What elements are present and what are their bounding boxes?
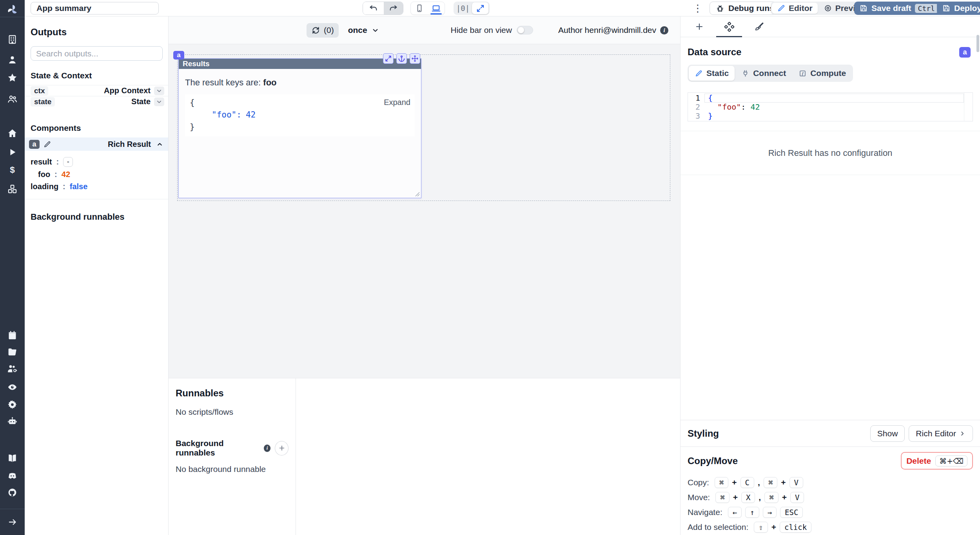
canvas-toolbar-right: Hide bar on view Author henri@windmill.d… [450,25,668,35]
sidebar-collapse-toggle[interactable] [0,515,25,529]
kebab-icon: ⋮ [693,2,703,14]
sidebar-item-audit[interactable] [0,380,25,394]
user-icon [7,54,18,65]
edit-pencil-icon[interactable] [43,140,51,148]
redo-button[interactable] [384,2,403,15]
static-mode-button[interactable]: Static [689,66,735,81]
component-list-item[interactable]: a Rich Result [25,137,168,151]
delete-component-button[interactable]: Delete ⌘+⌫ [901,452,973,470]
plus-icon [694,22,704,32]
tab-component-settings[interactable] [714,16,744,37]
component-move-button[interactable] [410,53,420,64]
hide-bar-toggle[interactable] [517,26,533,34]
rich-result-component[interactable]: a Results The result keys are: foo [178,58,421,198]
expand-link[interactable]: Expand [384,96,410,108]
state-row[interactable]: state State [25,96,168,107]
refresh-button[interactable]: (0) [307,23,339,38]
mobile-view-button[interactable] [411,2,428,15]
sidebar-item-github[interactable] [0,486,25,499]
bug-icon [715,4,725,13]
chevron-right-icon [959,430,966,437]
sidebar-item-workspace[interactable] [0,33,25,46]
result-keys-prefix: The result keys are: [185,78,263,87]
app-canvas[interactable]: a Results The result keys are: foo [169,44,680,378]
ctx-row[interactable]: ctx App Context [25,85,168,96]
json-viewer: Expand { "foo":42 } [185,94,415,136]
component-collapse-button[interactable] [154,140,165,149]
add-background-runnable-button[interactable] [275,441,289,455]
component-fullscreen-button[interactable] [383,53,394,64]
more-menu-button[interactable]: ⋮ [693,2,702,15]
search-outputs-input[interactable] [31,46,163,61]
sidebar-item-ai[interactable] [0,414,25,428]
save-draft-label: Save draft [871,4,911,13]
rich-editor-label: Rich Editor [916,429,956,438]
run-mode-dropdown[interactable]: once [348,25,379,35]
desktop-view-button[interactable] [428,2,445,15]
preview-icon [824,4,832,13]
styling-section: Styling Show Rich Editor [681,420,980,446]
prop-value-bool: false [70,182,88,191]
component-anchor-button[interactable] [396,53,407,64]
maximize-icon [385,55,392,62]
prop-value-number: 42 [62,170,70,179]
shortcut-separator: + [771,522,776,532]
calendar-icon [7,330,18,340]
sidebar-item-resources[interactable] [0,182,25,195]
state-key-chip: state [31,97,55,107]
sidebar-item-folders[interactable] [0,345,25,358]
sidebar-item-variables[interactable]: $ [0,163,25,177]
state-expand-button[interactable] [154,98,164,106]
connect-mode-button[interactable]: Connect [735,66,792,81]
sidebar-item-workers[interactable] [0,362,25,375]
sidebar-item-home[interactable] [0,127,25,140]
panel-scrollbar[interactable] [976,35,979,52]
styling-show-button[interactable]: Show [870,425,905,442]
runnables-empty-area [296,378,680,535]
runnables-pane: Runnables No scripts/flows Background ru… [169,378,296,535]
tab-global-styling[interactable] [744,16,774,37]
align-zero-button[interactable]: |0| [455,2,471,14]
code-line-2: "foo": 42 [704,103,964,112]
svg-text:$: $ [10,165,15,175]
gear-icon [7,399,18,410]
sidebar-item-user[interactable] [0,53,25,66]
save-shortcut-ctrl: Ctrl [915,4,938,13]
sidebar-item-settings[interactable] [0,398,25,411]
tab-insert-component[interactable] [684,16,714,37]
save-icon [859,4,868,13]
sidebar-item-favorites[interactable] [0,71,25,84]
toggle-knob [518,27,524,33]
ctx-expand-button[interactable] [154,87,164,95]
compute-mode-button[interactable]: f Compute [793,66,852,81]
rich-editor-button[interactable]: Rich Editor [909,425,973,442]
smartphone-icon [415,4,424,13]
json-code-editor[interactable]: 1 2 3 { "foo": 42 } [688,92,973,121]
background-runnables-title: Background runnables [176,439,260,457]
static-label: Static [706,69,729,78]
windmill-logo-icon[interactable] [0,3,25,16]
expand-canvas-button[interactable] [472,2,488,14]
shortcut-row: Navigate:←↑→ESC [688,507,973,518]
settings-panel: Data source a Static Connect [680,16,980,535]
component-action-buttons [383,53,420,64]
deploy-button[interactable]: Deploy [937,2,980,15]
book-icon [7,453,18,463]
undo-button[interactable] [363,2,384,15]
sidebar-item-schedules[interactable] [0,328,25,342]
sidebar-item-discord[interactable] [0,468,25,482]
kbd-key: X [741,492,755,503]
sidebar-item-groups[interactable] [0,92,25,105]
data-source-section: Data source a Static Connect [681,37,980,121]
resize-handle[interactable] [415,192,420,197]
app-summary-input[interactable] [31,2,159,14]
sidebar-item-docs[interactable] [0,451,25,465]
debug-runs-button[interactable]: Debug runs [710,2,780,15]
collapse-result-button[interactable]: - [63,157,73,167]
info-icon[interactable]: i [660,26,668,34]
info-icon[interactable]: i [264,445,271,452]
editor-tab[interactable]: Editor [772,3,818,14]
component-body: The result keys are: foo Expand { "foo":… [179,69,421,136]
sidebar-item-runs[interactable] [0,145,25,159]
laptop-icon [431,4,441,13]
